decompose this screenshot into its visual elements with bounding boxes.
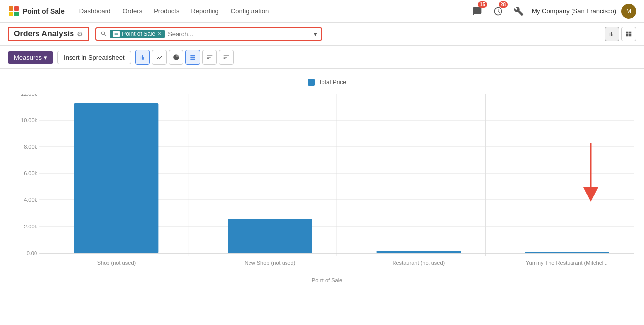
- svg-text:New Shop (not used): New Shop (not used): [245, 260, 296, 266]
- search-input[interactable]: [168, 31, 311, 38]
- legend-color-box: [308, 79, 315, 86]
- svg-rect-7: [190, 55, 195, 56]
- messages-button[interactable]: 15: [469, 3, 485, 19]
- svg-rect-6: [115, 34, 118, 34]
- view-buttons: [605, 27, 636, 41]
- legend-label: Total Price: [319, 79, 346, 86]
- page-title-box: Orders Analysis ⚙: [8, 27, 89, 41]
- sort-desc-icon: [223, 54, 230, 61]
- insert-spreadsheet-button[interactable]: Insert in Spreadsheet: [57, 51, 131, 64]
- svg-rect-3: [14, 12, 19, 16]
- clock-icon: [493, 6, 503, 16]
- grid-icon: [625, 31, 632, 37]
- nav-orders[interactable]: Orders: [117, 4, 147, 18]
- svg-text:4.00k: 4.00k: [24, 197, 37, 203]
- sort-asc-icon: [206, 54, 213, 61]
- pie-chart-button[interactable]: [169, 50, 183, 65]
- settings-icon[interactable]: ⚙: [77, 30, 83, 38]
- svg-text:0.00: 0.00: [27, 250, 37, 256]
- stacked-icon: [189, 54, 196, 61]
- bar-newshop: [228, 219, 312, 253]
- user-avatar[interactable]: M: [621, 4, 636, 19]
- message-icon: [472, 6, 482, 16]
- svg-text:Shop (not used): Shop (not used): [97, 260, 136, 266]
- svg-rect-9: [190, 59, 195, 60]
- svg-text:Yummy The Restuarant (Mitchell: Yummy The Restuarant (Mitchell...: [526, 260, 609, 266]
- chart-type-buttons: [135, 50, 234, 65]
- settings-button[interactable]: [511, 3, 527, 19]
- line-icon: [156, 54, 163, 61]
- red-arrow-annotation: [581, 143, 601, 203]
- app-name: Point of Sale: [23, 7, 65, 15]
- bar-chart-svg: 12.00k 10.00k 8.00k 6.00k 4.00k 2.00k 0.…: [20, 94, 634, 281]
- search-tag-label: Point of Sale: [122, 31, 155, 37]
- logo-icon: [8, 5, 20, 17]
- updates-button[interactable]: 28: [490, 3, 506, 19]
- descending-sort-button[interactable]: [219, 50, 234, 65]
- svg-rect-4: [114, 32, 119, 36]
- svg-text:Restaurant (not used): Restaurant (not used): [392, 260, 445, 266]
- insert-label: Insert in Spreadsheet: [64, 54, 125, 61]
- nav-configuration[interactable]: Configuration: [226, 4, 274, 18]
- chart-legend: Total Price: [20, 79, 634, 86]
- svg-text:8.00k: 8.00k: [24, 144, 37, 150]
- search-tag-close[interactable]: ✕: [157, 31, 162, 37]
- top-navigation: Point of Sale Dashboard Orders Products …: [0, 0, 644, 23]
- updates-badge: 28: [499, 1, 508, 8]
- bar-restaurant: [376, 251, 461, 253]
- page-title: Orders Analysis: [14, 30, 74, 38]
- nav-reporting[interactable]: Reporting: [186, 4, 223, 18]
- bar-chart-button[interactable]: [135, 50, 150, 65]
- svg-rect-1: [14, 6, 19, 11]
- messages-badge: 15: [478, 1, 487, 8]
- bar-icon: [139, 54, 146, 61]
- nav-links: Dashboard Orders Products Reporting Conf…: [74, 4, 274, 18]
- nav-right: 15 28 My Company (San Francisco) M: [469, 3, 636, 19]
- wrench-icon: [514, 6, 524, 16]
- arrow-svg: [581, 143, 601, 202]
- bar-shop: [74, 103, 159, 253]
- bar-chart-icon: [608, 31, 615, 37]
- pie-icon: [173, 54, 179, 61]
- svg-rect-0: [9, 6, 13, 11]
- ascending-sort-button[interactable]: [202, 50, 217, 65]
- measures-dropdown-icon: ▾: [44, 54, 47, 61]
- svg-rect-2: [9, 12, 13, 16]
- tag-icon: [113, 31, 120, 37]
- nav-products[interactable]: Products: [149, 4, 184, 18]
- search-tag[interactable]: Point of Sale ✕: [110, 30, 165, 38]
- search-icon: [100, 31, 107, 37]
- toolbar: Measures ▾ Insert in Spreadsheet: [0, 46, 644, 69]
- svg-text:6.00k: 6.00k: [24, 170, 37, 176]
- stacked-chart-button[interactable]: [185, 50, 200, 65]
- svg-rect-5: [115, 33, 118, 33]
- app-logo[interactable]: Point of Sale: [8, 5, 65, 17]
- svg-text:12.00k: 12.00k: [21, 94, 37, 97]
- chart-area: Total Price 12.00k 10.00k 8.00k 6.00k 4.…: [0, 69, 644, 295]
- svg-text:10.00k: 10.00k: [21, 117, 37, 123]
- svg-rect-8: [190, 57, 195, 58]
- measures-button[interactable]: Measures ▾: [8, 51, 53, 64]
- graph-view-button[interactable]: [605, 27, 619, 41]
- svg-marker-33: [583, 187, 598, 202]
- search-bar: Point of Sale ✕ ▾: [95, 27, 322, 41]
- nav-dashboard[interactable]: Dashboard: [74, 4, 116, 18]
- measures-label: Measures: [14, 54, 42, 61]
- list-view-button[interactable]: [621, 27, 636, 41]
- sub-header: Orders Analysis ⚙ Point of Sale ✕ ▾: [0, 23, 644, 46]
- svg-text:2.00k: 2.00k: [24, 224, 37, 229]
- search-dropdown-button[interactable]: ▾: [314, 31, 317, 38]
- line-chart-button[interactable]: [152, 50, 167, 65]
- company-name[interactable]: My Company (San Francisco): [532, 7, 616, 15]
